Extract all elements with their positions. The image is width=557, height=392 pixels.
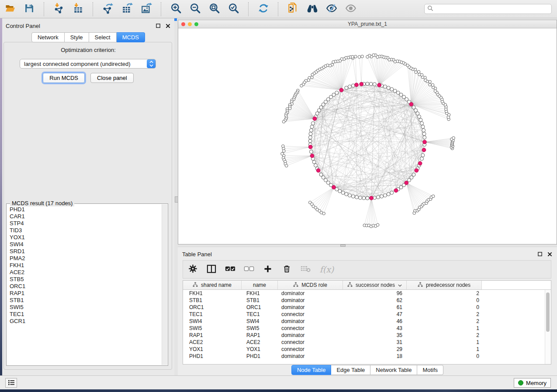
run-mcds-button[interactable]: Run MCDS	[43, 73, 85, 83]
mcds-result-item[interactable]: SWI4	[10, 241, 162, 248]
zoom-in-button[interactable]	[170, 3, 183, 16]
column-header-successor-nodes[interactable]: successor nodes	[343, 281, 407, 289]
table-row[interactable]: FKH1FKH1dominator962	[183, 290, 551, 297]
tab-style[interactable]: Style	[65, 32, 89, 42]
mcds-hub-node[interactable]	[418, 162, 422, 165]
close-panel-button[interactable]: Close panel	[90, 73, 134, 83]
open-file-button[interactable]	[3, 3, 17, 16]
column-header-name[interactable]: name	[242, 281, 278, 289]
mcds-result-item[interactable]: RAP1	[10, 290, 162, 297]
column-settings-button[interactable]	[187, 264, 198, 275]
mcds-hub-node[interactable]	[360, 82, 363, 86]
mcds-result-item[interactable]: YOX1	[10, 234, 162, 241]
zoom-fit-button[interactable]	[208, 3, 221, 16]
table-row[interactable]: ACE2ACE2connector311	[183, 339, 551, 346]
import-table-button[interactable]	[72, 3, 85, 16]
network-window-titlebar[interactable]: YPA_prune.txt_1	[178, 20, 557, 28]
split-view-button[interactable]	[206, 264, 217, 275]
save-session-button[interactable]	[23, 3, 36, 16]
search-input[interactable]	[435, 6, 549, 13]
mcds-result-item[interactable]: STB5	[10, 276, 162, 283]
tab-network-table[interactable]: Network Table	[370, 365, 417, 375]
mcds-hub-node[interactable]	[415, 168, 419, 172]
tab-mcds[interactable]: MCDS	[117, 32, 145, 42]
mcds-result-item[interactable]: PMA2	[10, 255, 162, 262]
mcds-hub-node[interactable]	[370, 196, 374, 200]
table-row[interactable]: ORC1ORC1dominator610	[183, 304, 551, 311]
network-graph-canvas[interactable]	[178, 28, 557, 244]
mcds-result-item[interactable]: TEC1	[10, 311, 162, 318]
mcds-hub-node[interactable]	[422, 148, 426, 152]
export-table-button[interactable]	[121, 3, 134, 16]
table-row[interactable]: SWI4SWI4dominator462	[183, 318, 551, 325]
mcds-result-item[interactable]: STP4	[10, 220, 162, 227]
tab-node-table[interactable]: Node Table	[291, 365, 332, 375]
close-traffic-light[interactable]	[181, 22, 185, 26]
close-panel-icon[interactable]	[547, 251, 553, 257]
close-panel-icon[interactable]	[165, 23, 171, 29]
float-panel-icon[interactable]	[537, 251, 543, 257]
table-scrollbar[interactable]	[545, 290, 551, 364]
optimization-criterion-select[interactable]: largest connected component (undirected)	[20, 59, 156, 69]
mcds-result-item[interactable]: PHD1	[10, 206, 162, 213]
mcds-result-item[interactable]: FKH1	[10, 262, 162, 269]
mcds-hub-node[interactable]	[355, 83, 359, 87]
table-row[interactable]: STB1STB1dominator620	[183, 297, 551, 304]
table-row[interactable]: PHD1PHD1dominator180	[183, 353, 551, 360]
mcds-hub-node[interactable]	[377, 83, 381, 87]
mcds-result-item[interactable]: TID3	[10, 227, 162, 234]
mcds-list-scrollbar[interactable]	[162, 204, 167, 365]
minimize-traffic-light[interactable]	[188, 22, 192, 26]
column-header-mcds-role[interactable]: MCDS role	[278, 281, 343, 289]
columns-icon	[207, 265, 216, 275]
mcds-result-item[interactable]: STB1	[10, 297, 162, 304]
delete-column-button[interactable]	[281, 264, 292, 275]
tab-select[interactable]: Select	[89, 32, 117, 42]
zoom-selected-button[interactable]	[227, 3, 240, 16]
table-cell: 46	[343, 318, 407, 324]
tab-motifs[interactable]: Motifs	[417, 365, 443, 375]
deselect-all-button[interactable]	[244, 264, 254, 275]
mcds-hub-node[interactable]	[394, 189, 398, 193]
mcds-result-item[interactable]: CAR1	[10, 213, 162, 220]
mcds-result-item[interactable]: ACE2	[10, 269, 162, 276]
vertical-splitter[interactable]	[174, 18, 178, 375]
column-header-predecessor-nodes[interactable]: predecessor nodes	[407, 281, 482, 289]
table-row[interactable]: RAP1RAP1dominator352	[183, 332, 551, 339]
toolbar-separator	[278, 2, 279, 16]
export-network-button[interactable]	[101, 3, 114, 16]
select-all-button[interactable]	[225, 264, 235, 275]
mcds-result-item[interactable]: GCR1	[10, 318, 162, 325]
table-row[interactable]: TEC1TEC1connector472	[183, 311, 551, 318]
zoom-out-button[interactable]	[189, 3, 202, 16]
tab-network[interactable]: Network	[31, 32, 65, 42]
maximize-traffic-light[interactable]	[194, 22, 198, 26]
mcds-result-item[interactable]: SRD1	[10, 248, 162, 255]
mcds-hub-node[interactable]	[313, 117, 317, 120]
mcds-hub-node[interactable]	[316, 168, 320, 172]
add-column-button[interactable]	[263, 264, 273, 275]
export-image-button[interactable]	[140, 3, 153, 16]
mcds-hub-node[interactable]	[405, 181, 408, 185]
float-panel-icon[interactable]	[156, 23, 161, 29]
column-header-shared-name[interactable]: shared name	[183, 281, 242, 289]
task-history-button[interactable]	[5, 378, 17, 388]
find-button[interactable]	[306, 3, 319, 16]
refresh-button[interactable]	[257, 3, 270, 16]
mcds-hub-node[interactable]	[409, 102, 413, 106]
mcds-hub-node[interactable]	[310, 154, 314, 158]
table-row[interactable]: SWI5SWI5connector431	[183, 325, 551, 332]
mcds-result-item[interactable]: ORC1	[10, 283, 162, 290]
table-row[interactable]: YOX1YOX1connector291	[183, 346, 551, 353]
mcds-hub-node[interactable]	[339, 88, 343, 92]
tab-edge-table[interactable]: Edge Table	[331, 365, 370, 375]
mcds-hub-node[interactable]	[332, 186, 336, 189]
hide-selected-button[interactable]	[325, 3, 338, 16]
table-scrollbar-thumb[interactable]	[546, 292, 550, 332]
memory-button[interactable]: Memory	[514, 378, 551, 388]
import-network-button[interactable]	[52, 3, 66, 16]
mcds-hub-node[interactable]	[423, 140, 427, 144]
mcds-result-item[interactable]: SWI5	[10, 304, 162, 311]
export-web-button[interactable]	[287, 3, 300, 16]
mcds-hub-node[interactable]	[308, 145, 312, 149]
